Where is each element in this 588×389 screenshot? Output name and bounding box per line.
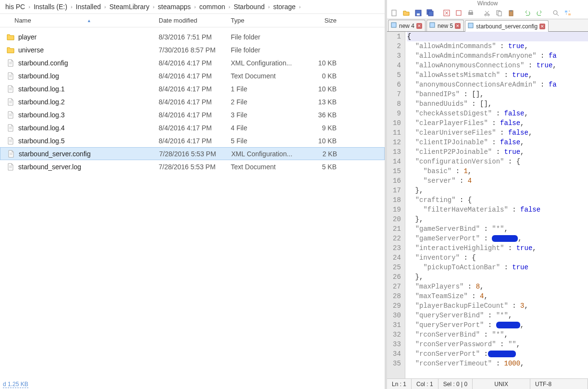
code-line[interactable]: "crafting" : { (407, 195, 588, 205)
code-line[interactable]: "gameServerBind" : "*", (407, 224, 588, 234)
breadcrumb-segment[interactable]: his PC (3, 3, 27, 11)
code-line[interactable]: }, (407, 272, 588, 282)
code-line[interactable]: "inventory" : { (407, 253, 588, 263)
code-line[interactable]: }, (407, 186, 588, 195)
code-line[interactable]: "clearPlayerFiles" : false, (407, 118, 588, 128)
code-area[interactable]: 1234567891011121314151617181920212223242… (387, 32, 588, 378)
column-type[interactable]: Type (231, 17, 303, 24)
code-line[interactable]: "bannedUuids" : [], (407, 99, 588, 109)
file-row[interactable]: starbound.log.48/4/2016 4:17 PM4 File9 K… (0, 121, 385, 134)
code-line[interactable]: "rconServerPort" : (407, 349, 588, 359)
column-size[interactable]: Size (303, 17, 346, 24)
file-row[interactable]: starbound_server.log7/28/2016 5:53 PMTex… (0, 160, 385, 173)
new-file-icon[interactable] (389, 8, 400, 18)
code-line[interactable]: "queryServerBind" : "*", (407, 311, 588, 320)
file-row[interactable]: starbound.config8/4/2016 4:17 PMXML Conf… (0, 56, 385, 69)
file-row[interactable]: starbound.log.58/4/2016 4:17 PM5 File10 … (0, 134, 385, 147)
code-content[interactable]: { "allowAdminCommands" : true, "allowAdm… (405, 32, 588, 378)
find-icon[interactable] (550, 8, 561, 18)
code-line[interactable]: "rconServerTimeout" : 1000, (407, 359, 588, 368)
file-size: 0 KB (303, 72, 346, 80)
code-line[interactable]: "checkAssetsDigest" : false, (407, 109, 588, 118)
close-icon[interactable] (441, 8, 452, 18)
code-line[interactable]: "server" : 4 (407, 176, 588, 186)
code-line[interactable]: "clearUniverseFiles" : false, (407, 128, 588, 138)
paste-icon[interactable] (506, 8, 516, 18)
code-line[interactable]: "gameServerPort" : , (407, 234, 588, 243)
breadcrumb[interactable]: his PC›Installs (E:)›Installed›SteamLibr… (0, 0, 385, 13)
code-line[interactable]: "rconServerPassword" : "", (407, 339, 588, 349)
editor-tab[interactable]: new 5✕ (426, 20, 464, 31)
save-all-icon[interactable] (425, 8, 436, 18)
replace-icon[interactable] (563, 8, 573, 18)
editor-tab[interactable]: starbound_server.config✕ (465, 20, 549, 32)
code-line[interactable]: "anonymousConnectionsAreAdmin" : fa (407, 80, 588, 89)
file-date: 7/28/2016 5:53 PM (159, 150, 231, 158)
breadcrumb-segment[interactable]: Starbound (231, 3, 267, 11)
file-row[interactable]: starbound.log8/4/2016 4:17 PMText Docume… (0, 69, 385, 82)
file-row[interactable]: universe7/30/2016 8:57 PMFile folder (0, 43, 385, 56)
column-name[interactable]: Name▲ (0, 17, 159, 24)
breadcrumb-segment[interactable]: Installed (74, 3, 103, 11)
breadcrumb-segment[interactable]: SteamLibrary (107, 3, 151, 11)
code-line[interactable]: "clientIPJoinable" : false, (407, 138, 588, 147)
editor-pane: Window new 4✕new 5✕starbound_server.conf… (387, 0, 588, 389)
status-hint: d 1.25 KB (3, 381, 28, 388)
file-row[interactable]: starbound.log.38/4/2016 4:17 PM3 File36 … (0, 108, 385, 121)
file-tab-icon (390, 22, 397, 30)
close-all-icon[interactable] (453, 8, 464, 18)
code-line[interactable]: "rconServerBind" : "*", (407, 330, 588, 339)
breadcrumb-segment[interactable]: common (197, 3, 228, 11)
code-line[interactable]: "maxTeamSize" : 4, (407, 291, 588, 301)
chevron-right-icon: › (27, 4, 31, 10)
file-name: starbound.log.4 (18, 124, 159, 132)
code-line[interactable]: "allowAdminCommands" : true, (407, 41, 588, 51)
code-line[interactable]: "configurationVersion" : { (407, 157, 588, 166)
code-line[interactable]: "interactiveHighlight" : true, (407, 243, 588, 253)
redo-icon[interactable] (534, 8, 545, 18)
file-row[interactable]: starbound_server.config7/28/2016 5:53 PM… (0, 147, 385, 160)
code-line[interactable]: "allowAssetsMismatch" : true, (407, 70, 588, 80)
open-file-icon[interactable] (401, 8, 412, 18)
file-date: 8/3/2016 7:51 PM (159, 33, 231, 41)
file-row[interactable]: starbound.log.18/4/2016 4:17 PM1 File10 … (0, 82, 385, 95)
code-line[interactable]: "pickupToActionBar" : true (407, 263, 588, 272)
breadcrumb-segment[interactable]: Installs (E:) (31, 3, 70, 11)
tab-close-icon[interactable]: ✕ (455, 23, 461, 29)
cut-icon[interactable] (482, 8, 492, 18)
save-icon[interactable] (413, 8, 424, 18)
code-line[interactable]: "allowAdminCommandsFromAnyone" : fa (407, 51, 588, 61)
tab-close-icon[interactable]: ✕ (416, 23, 422, 29)
chevron-right-icon: › (227, 4, 231, 10)
status-ln: Ln : 1 (387, 379, 412, 389)
undo-icon[interactable] (522, 8, 533, 18)
code-line[interactable]: "playerBackupFileCount" : 3, (407, 301, 588, 311)
code-line[interactable]: "bannedIPs" : [], (407, 89, 588, 99)
file-list-header: Name▲ Date modified Type Size (0, 13, 385, 27)
file-row[interactable]: player8/3/2016 7:51 PMFile folder (0, 30, 385, 43)
breadcrumb-segment[interactable]: steamapps (155, 3, 193, 11)
print-icon[interactable] (465, 8, 476, 18)
tab-label: starbound_server.config (476, 23, 538, 30)
chevron-right-icon: › (152, 4, 156, 10)
file-list[interactable]: player8/3/2016 7:51 PMFile folderunivers… (0, 27, 385, 173)
code-line[interactable]: "basic" : 1, (407, 166, 588, 176)
code-line[interactable]: "clientP2PJoinable" : true, (407, 147, 588, 157)
file-date: 8/4/2016 4:17 PM (159, 98, 231, 106)
copy-icon[interactable] (494, 8, 504, 18)
file-icon (5, 124, 16, 132)
code-line[interactable]: }, (407, 214, 588, 224)
code-line[interactable]: "filterHaveMaterials" : false (407, 205, 588, 214)
column-date[interactable]: Date modified (159, 17, 231, 24)
editor-tab[interactable]: new 4✕ (388, 20, 425, 31)
breadcrumb-segment[interactable]: storage (271, 3, 298, 11)
folder-icon (5, 46, 16, 54)
code-line[interactable]: "allowAnonymousConnections" : true, (407, 61, 588, 70)
file-type: XML Configuration... (231, 150, 303, 158)
tab-close-icon[interactable]: ✕ (539, 24, 545, 29)
file-row[interactable]: starbound.log.28/4/2016 4:17 PM2 File13 … (0, 95, 385, 108)
code-line[interactable]: { (407, 32, 588, 41)
file-type: File folder (231, 46, 303, 54)
code-line[interactable]: "maxPlayers" : 8, (407, 282, 588, 291)
code-line[interactable]: "queryServerPort" : , (407, 320, 588, 330)
